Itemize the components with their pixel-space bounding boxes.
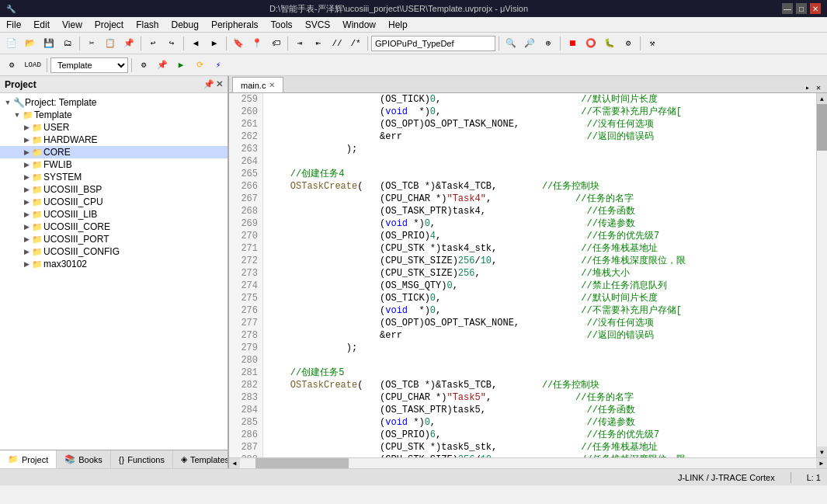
menu-tools[interactable]: Tools [265, 17, 299, 32]
sys-expand-icon[interactable]: ▶ [22, 172, 31, 182]
tab-functions[interactable]: {} Functions [111, 450, 173, 468]
root-expand-icon[interactable]: ▼ [3, 98, 12, 107]
core-expand-icon[interactable]: ▶ [22, 148, 31, 157]
tab-books[interactable]: 📚 Books [57, 450, 111, 468]
menu-peripherals[interactable]: Peripherals [205, 17, 265, 32]
menu-project[interactable]: Project [89, 17, 130, 32]
scrollbar-thumb[interactable] [817, 104, 827, 151]
user-expand-icon[interactable]: ▶ [22, 123, 31, 132]
scrollbar-left-btn[interactable]: ◀ [229, 458, 240, 468]
save-btn[interactable]: 💾 [40, 35, 57, 52]
maximize-button[interactable]: □ [796, 3, 807, 14]
editor-close-btn[interactable]: ✕ [813, 83, 824, 92]
bookmark2-btn[interactable]: 📍 [248, 35, 266, 52]
fw-expand-icon[interactable]: ▶ [22, 160, 31, 169]
menu-window[interactable]: Window [336, 17, 382, 32]
tree-UCOSIII_CORE[interactable]: ▶ 📁 UCOSIII_CORE [0, 221, 228, 233]
menu-help[interactable]: Help [382, 17, 414, 32]
bookmark-btn[interactable]: 🔖 [230, 35, 247, 52]
tree-UCOSIII_CPU[interactable]: ▶ 📁 UCOSIII_CPU [0, 196, 228, 208]
comment-btn[interactable]: // [328, 35, 346, 52]
config-btn[interactable]: ⚙ [135, 57, 152, 74]
tab-templates[interactable]: ◈ Templates [173, 450, 229, 468]
project-close-btn[interactable]: ✕ [216, 79, 223, 89]
new-file-btn[interactable]: 📄 [3, 35, 20, 52]
scrollbar-down-btn[interactable]: ▼ [817, 447, 827, 457]
symbol-combo[interactable] [371, 36, 495, 51]
tree-template[interactable]: ▼ 📁 Template [0, 109, 228, 121]
build-btn[interactable]: ▶ [172, 57, 189, 74]
search2-btn[interactable]: 🔎 [521, 35, 538, 52]
hw-expand-icon[interactable]: ▶ [22, 135, 31, 144]
menu-flash[interactable]: Flash [130, 17, 165, 32]
scrollbar-up-btn[interactable]: ▲ [817, 93, 827, 104]
open-btn[interactable]: 📂 [22, 35, 39, 52]
copy-btn[interactable]: 📋 [102, 35, 119, 52]
tree-max30102[interactable]: ▶ 📁 max30102 [0, 258, 228, 270]
cut-btn[interactable]: ✂ [83, 35, 100, 52]
bookmark3-btn[interactable]: 🏷 [267, 35, 284, 52]
template-expand-icon[interactable]: ▼ [12, 110, 22, 120]
title-icon: 🔧 [6, 5, 16, 13]
tab-project[interactable]: 📁 Project [0, 450, 57, 468]
ucore-expand-icon[interactable]: ▶ [22, 222, 31, 231]
h-scrollbar-track[interactable] [240, 458, 816, 468]
max-expand-icon[interactable]: ▶ [22, 259, 31, 269]
bsp-expand-icon[interactable]: ▶ [22, 185, 31, 194]
settings-btn3[interactable]: ⚒ [644, 35, 661, 52]
fw-label: FWLIB [43, 159, 72, 170]
run-btn[interactable]: ⭕ [582, 35, 599, 52]
minimize-button[interactable]: — [782, 3, 793, 14]
menu-edit[interactable]: Edit [27, 17, 56, 32]
code-area[interactable]: 259 260 261 262 263 264 265 266 267 268 … [229, 93, 827, 457]
zoom-btn[interactable]: ⊕ [540, 35, 557, 52]
close-button[interactable]: ✕ [810, 3, 821, 14]
tree-root[interactable]: ▼ 🔧 Project: Template [0, 96, 228, 109]
cfg-expand-icon[interactable]: ▶ [22, 247, 31, 256]
tree-FWLIB[interactable]: ▶ 📁 FWLIB [0, 158, 228, 171]
tree-USER[interactable]: ▶ 📁 USER [0, 121, 228, 134]
indent-btn[interactable]: ⇥ [291, 35, 308, 52]
pin-btn[interactable]: 📌 [154, 57, 171, 74]
redo-btn[interactable]: ↪ [163, 35, 180, 52]
menu-file[interactable]: File [0, 17, 27, 32]
scrollbar-right-btn[interactable]: ▶ [816, 458, 827, 468]
search-btn[interactable]: 🔍 [502, 35, 519, 52]
undo-btn[interactable]: ↩ [144, 35, 162, 52]
settings-btn2[interactable]: ⚙ [620, 35, 637, 52]
save-all-btn[interactable]: 🗂 [59, 35, 76, 52]
lib-expand-icon[interactable]: ▶ [22, 210, 31, 219]
flash-btn[interactable]: ⚡ [210, 57, 227, 74]
code-content[interactable]: (OS_TICK)0, //默认时间片长度 (void *)0, //不需要补充… [263, 93, 827, 457]
project-header: Project 📌 ✕ [0, 76, 228, 93]
tree-CORE[interactable]: ▶ 📁 CORE [0, 146, 228, 158]
tree-UCOSIII_LIB[interactable]: ▶ 📁 UCOSIII_LIB [0, 208, 228, 221]
tree-UCOSIII_BSP[interactable]: ▶ 📁 UCOSIII_BSP [0, 183, 228, 196]
tree-HARDWARE[interactable]: ▶ 📁 HARDWARE [0, 134, 228, 146]
target-settings-btn[interactable]: ⚙ [3, 57, 20, 74]
stop-btn[interactable]: ⏹ [564, 35, 581, 52]
menu-view[interactable]: View [56, 17, 89, 32]
tree-UCOSIII_CONFIG[interactable]: ▶ 📁 UCOSIII_CONFIG [0, 245, 228, 258]
paste-btn[interactable]: 📌 [120, 35, 137, 52]
editor-scroll-right-btn[interactable]: ▸ [802, 83, 813, 92]
outdent-btn[interactable]: ⇤ [310, 35, 327, 52]
vertical-scrollbar[interactable]: ▲ ▼ [816, 93, 827, 457]
editor-tab-main-c[interactable]: main.c ✕ [232, 77, 283, 92]
rebuild-btn[interactable]: ⟳ [191, 57, 208, 74]
nav-back-btn[interactable]: ◀ [187, 35, 204, 52]
menu-debug[interactable]: Debug [165, 17, 205, 32]
project-combo[interactable]: Template [50, 57, 128, 73]
cpu-expand-icon[interactable]: ▶ [22, 197, 31, 207]
port-expand-icon[interactable]: ▶ [22, 235, 31, 244]
project-pin-btn[interactable]: 📌 [203, 79, 214, 89]
nav-fwd-btn[interactable]: ▶ [206, 35, 223, 52]
tree-SYSTEM[interactable]: ▶ 📁 SYSTEM [0, 171, 228, 183]
menu-svcs[interactable]: SVCS [299, 17, 337, 32]
tree-UCOSIII_PORT[interactable]: ▶ 📁 UCOSIII_PORT [0, 233, 228, 245]
load-btn[interactable]: LOAD [22, 57, 43, 74]
h-scrollbar-thumb[interactable] [255, 458, 349, 468]
tab-close-btn[interactable]: ✕ [269, 81, 275, 89]
uncomment-btn[interactable]: /* [347, 35, 364, 52]
debug-btn[interactable]: 🐛 [601, 35, 618, 52]
